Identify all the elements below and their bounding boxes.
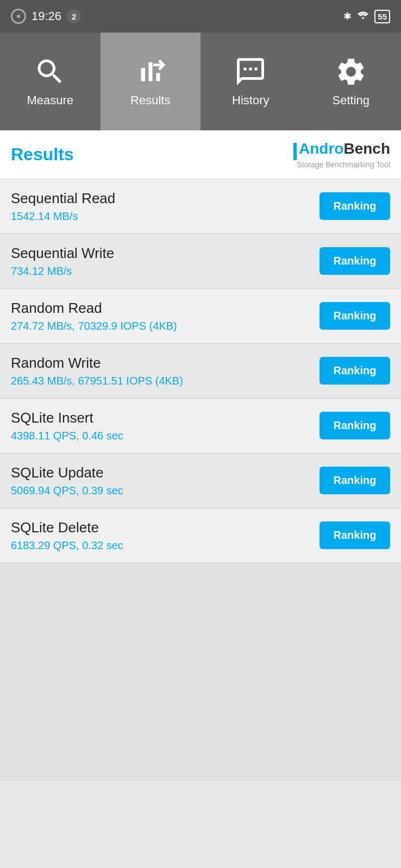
ranking-button[interactable]: Ranking (319, 467, 390, 494)
result-value: 734.12 MB/s (11, 265, 319, 278)
result-name: Random Read (11, 300, 319, 317)
result-info: Sequential Write 734.12 MB/s (11, 245, 319, 278)
result-info: Random Write 265.43 MB/s, 67951.51 IOPS … (11, 355, 319, 387)
brand-name: AndroBench (293, 140, 390, 160)
signal-icon (11, 9, 26, 24)
history-tab-label: History (232, 93, 269, 108)
setting-tab-label: Setting (333, 93, 370, 108)
setting-icon (335, 55, 367, 88)
result-info: Random Read 274.72 MB/s, 70329.9 IOPS (4… (11, 300, 319, 332)
results-icon (134, 55, 167, 88)
tab-history[interactable]: History (200, 33, 301, 130)
result-value: 265.43 MB/s, 67951.51 IOPS (4KB) (11, 375, 319, 387)
result-info: SQLite Delete 6183.29 QPS, 0.32 sec (11, 519, 319, 552)
ranking-button[interactable]: Ranking (319, 247, 390, 275)
status-left: 19:26 2 (11, 9, 81, 24)
result-name: Random Write (11, 355, 319, 372)
nav-tabs: Measure Results History Setting (0, 33, 401, 130)
empty-area (0, 563, 401, 781)
results-list: Sequential Read 1542.14 MB/s Ranking Seq… (0, 179, 401, 563)
result-item: Sequential Write 734.12 MB/s Ranking (0, 234, 401, 289)
brand-subtitle: Storage Benchmarking Tool (297, 160, 390, 169)
result-value: 1542.14 MB/s (11, 210, 319, 223)
result-item: SQLite Insert 4398.11 QPS, 0.46 sec Rank… (0, 399, 401, 454)
result-name: Sequential Write (11, 245, 319, 262)
tab-measure[interactable]: Measure (0, 33, 101, 130)
bluetooth-icon: ✱ (343, 10, 352, 22)
ranking-button[interactable]: Ranking (319, 412, 390, 439)
status-bar: 19:26 2 ✱ 55 (0, 0, 401, 33)
result-info: Sequential Read 1542.14 MB/s (11, 190, 319, 223)
result-name: SQLite Delete (11, 519, 319, 536)
measure-icon (34, 55, 66, 88)
wifi-icon (357, 10, 369, 23)
status-right: ✱ 55 (343, 10, 390, 23)
ranking-button[interactable]: Ranking (319, 302, 390, 330)
result-item: SQLite Delete 6183.29 QPS, 0.32 sec Rank… (0, 508, 401, 563)
history-icon (234, 55, 267, 88)
result-value: 6183.29 QPS, 0.32 sec (11, 539, 319, 552)
result-value: 274.72 MB/s, 70329.9 IOPS (4KB) (11, 320, 319, 332)
result-name: SQLite Insert (11, 410, 319, 426)
tab-setting[interactable]: Setting (301, 33, 402, 130)
page-header: Results AndroBench Storage Benchmarking … (0, 130, 401, 179)
measure-tab-label: Measure (27, 93, 73, 108)
result-info: SQLite Insert 4398.11 QPS, 0.46 sec (11, 410, 319, 442)
ranking-button[interactable]: Ranking (319, 521, 390, 549)
result-item: SQLite Update 5069.94 QPS, 0.39 sec Rank… (0, 454, 401, 508)
result-value: 5069.94 QPS, 0.39 sec (11, 485, 319, 497)
ranking-button[interactable]: Ranking (319, 192, 390, 220)
tab-results[interactable]: Results (101, 33, 201, 130)
brand-logo: AndroBench Storage Benchmarking Tool (293, 140, 390, 169)
result-item: Sequential Read 1542.14 MB/s Ranking (0, 179, 401, 234)
ranking-button[interactable]: Ranking (319, 357, 390, 385)
result-name: Sequential Read (11, 190, 319, 207)
page-title: Results (11, 144, 74, 165)
result-value: 4398.11 QPS, 0.46 sec (11, 430, 319, 442)
notification-badge: 2 (67, 9, 81, 23)
status-time: 19:26 (32, 9, 61, 23)
result-info: SQLite Update 5069.94 QPS, 0.39 sec (11, 464, 319, 497)
brand-accent (293, 143, 297, 160)
results-tab-label: Results (130, 93, 170, 108)
result-item: Random Write 265.43 MB/s, 67951.51 IOPS … (0, 344, 401, 399)
battery-indicator: 55 (374, 10, 390, 23)
result-item: Random Read 274.72 MB/s, 70329.9 IOPS (4… (0, 289, 401, 344)
result-name: SQLite Update (11, 464, 319, 481)
